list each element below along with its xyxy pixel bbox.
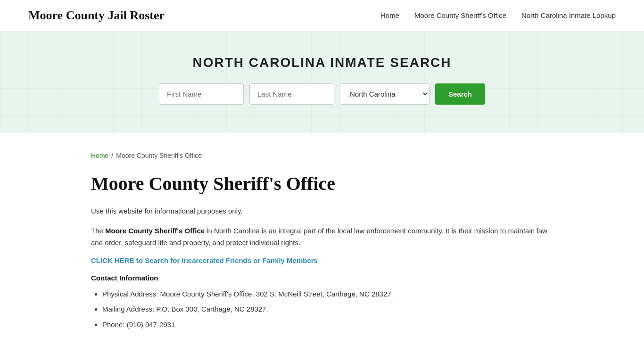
contact-list: Physical Address: Moore County Sheriff's… (91, 288, 553, 332)
hero-section: NORTH CAROLINA INMATE SEARCH North Carol… (0, 32, 644, 133)
nav-link-home[interactable]: Home (380, 11, 399, 19)
site-header: Moore County Jail Roster Home Moore Coun… (0, 0, 644, 32)
breadcrumb: Home / Moore County Sheriff's Office (91, 152, 553, 159)
page-heading: Moore County Sheriff's Office (91, 173, 553, 195)
site-logo[interactable]: Moore County Jail Roster (28, 8, 165, 23)
intro-paragraph: Use this website for informational purpo… (91, 205, 553, 217)
description-paragraph: The Moore County Sheriff's Office in Nor… (91, 225, 553, 249)
main-nav: Home Moore County Sheriff's Office North… (380, 11, 616, 20)
breadcrumb-home-link[interactable]: Home (91, 152, 108, 159)
contact-phone: Phone: (910) 947-2931. (102, 318, 553, 332)
breadcrumb-current: Moore County Sheriff's Office (116, 152, 202, 159)
state-select[interactable]: North Carolina South Carolina Virginia T… (340, 83, 429, 105)
hero-title: NORTH CAROLINA INMATE SEARCH (9, 55, 635, 70)
cta-search-link[interactable]: CLICK HERE to Search for Incarcerated Fr… (91, 256, 318, 264)
para2-prefix: The (91, 227, 105, 235)
nav-link-sheriffs[interactable]: Moore County Sheriff's Office (414, 11, 506, 19)
nav-link-inmate-lookup[interactable]: North Carolina Inmate Lookup (521, 11, 616, 19)
contact-mailing-address: Mailing Address: P.O. Box 300, Carthage,… (102, 303, 553, 316)
contact-heading: Contact Information (91, 274, 553, 282)
nav-list: Home Moore County Sheriff's Office North… (380, 11, 616, 20)
nav-item-home[interactable]: Home (380, 11, 399, 20)
contact-physical-address: Physical Address: Moore County Sheriff's… (102, 288, 553, 301)
inmate-search-form: North Carolina South Carolina Virginia T… (9, 83, 635, 105)
first-name-input[interactable] (159, 83, 244, 105)
last-name-input[interactable] (249, 83, 334, 105)
nav-item-sheriffs[interactable]: Moore County Sheriff's Office (414, 11, 506, 20)
main-content: Home / Moore County Sheriff's Office Moo… (63, 133, 581, 362)
para2-bold: Moore County Sheriff's Office (105, 227, 205, 235)
nav-item-inmate-lookup[interactable]: North Carolina Inmate Lookup (521, 11, 616, 20)
search-button[interactable]: Search (435, 83, 485, 105)
breadcrumb-separator: / (111, 152, 113, 159)
